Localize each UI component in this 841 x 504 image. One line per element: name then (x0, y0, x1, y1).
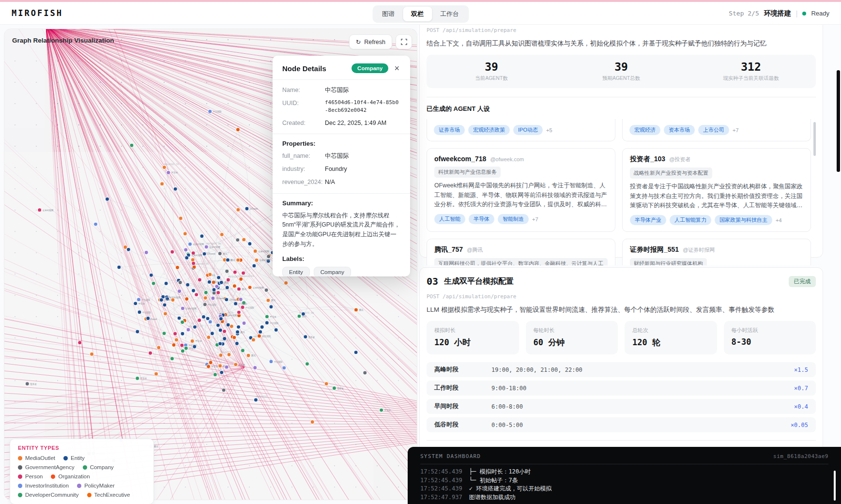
graph-node[interactable] (225, 286, 229, 290)
graph-node[interactable] (178, 281, 182, 285)
agent-tag[interactable]: 资本市场 (664, 125, 695, 135)
graph-node[interactable] (236, 238, 240, 242)
graph-node[interactable] (136, 376, 139, 380)
graph-node[interactable] (207, 336, 211, 339)
graph-node[interactable] (191, 258, 195, 262)
graph-node[interactable] (146, 316, 150, 320)
graph-node[interactable] (163, 303, 167, 307)
graph-node[interactable] (237, 287, 241, 291)
graph-node[interactable] (200, 234, 204, 238)
terminal-scrollbar[interactable] (834, 471, 836, 501)
graph-node[interactable] (175, 265, 179, 269)
graph-node[interactable] (264, 288, 268, 292)
graph-node[interactable] (233, 270, 237, 274)
graph-node[interactable] (236, 330, 240, 334)
graph-node[interactable] (218, 328, 222, 332)
graph-node[interactable] (204, 290, 208, 294)
graph-node[interactable] (216, 290, 220, 294)
graph-node[interactable] (208, 273, 212, 276)
graph-node[interactable] (284, 281, 288, 285)
graph-node[interactable] (225, 298, 229, 302)
graph-node[interactable] (223, 336, 227, 340)
page-scrollbar[interactable] (837, 70, 840, 172)
close-icon[interactable]: × (393, 64, 400, 73)
graph-node[interactable] (198, 318, 201, 322)
graph-node[interactable] (310, 420, 314, 424)
graph-node[interactable] (237, 310, 241, 314)
graph-node[interactable] (254, 398, 258, 402)
graph-node[interactable] (304, 335, 307, 339)
agent-card-partial[interactable]: 宏观经济资本市场上市公司+7 (622, 119, 811, 141)
graph-node[interactable] (174, 338, 178, 342)
graph-node[interactable] (236, 258, 240, 262)
graph-node[interactable] (209, 361, 213, 365)
graph-node[interactable] (215, 285, 219, 289)
graph-node[interactable] (90, 352, 94, 356)
graph-node[interactable] (173, 332, 177, 336)
graph-node[interactable] (211, 296, 215, 300)
graph-node[interactable] (220, 232, 224, 236)
graph-node[interactable] (123, 245, 127, 249)
graph-node[interactable] (130, 143, 134, 147)
graph-node[interactable] (213, 373, 217, 377)
graph-node[interactable] (220, 370, 224, 374)
graph-node[interactable] (170, 357, 174, 361)
graph-node[interactable] (183, 232, 187, 236)
agent-tag[interactable]: 宏观经济政策 (468, 125, 510, 135)
graph-node[interactable] (363, 371, 367, 375)
graph-node[interactable] (354, 351, 358, 354)
graph-node[interactable] (181, 349, 184, 353)
graph-node[interactable] (242, 238, 246, 242)
graph-node[interactable] (216, 323, 220, 327)
graph-node[interactable] (259, 330, 262, 334)
graph-node[interactable] (269, 305, 273, 309)
graph-node[interactable] (208, 320, 212, 324)
graph-node[interactable] (106, 197, 109, 201)
graph-node[interactable] (301, 312, 305, 316)
graph-node[interactable] (203, 296, 207, 300)
graph-node[interactable] (239, 298, 243, 302)
tab-图谱[interactable]: 图谱 (374, 7, 403, 21)
graph-node[interactable] (184, 346, 188, 350)
graph-node[interactable] (241, 305, 245, 309)
graph-node[interactable] (245, 207, 249, 211)
graph-node[interactable] (154, 372, 158, 376)
graph-node[interactable] (181, 332, 184, 336)
graph-node[interactable] (170, 250, 174, 254)
graph-node[interactable] (149, 273, 153, 277)
graph-node[interactable] (144, 250, 148, 254)
graph-node[interactable] (192, 261, 196, 265)
graph-node[interactable] (236, 208, 240, 212)
graph-node[interactable] (219, 280, 223, 284)
graph-node[interactable] (198, 278, 201, 282)
agent-card[interactable]: 证券时报网_551@证券时报网财经新闻与行业研究媒体机构证券时报网（stcn.c… (622, 239, 811, 265)
agent-tag[interactable]: 国家政策与科技自主 (715, 215, 772, 225)
graph-node[interactable] (180, 343, 184, 347)
graph-node[interactable] (157, 346, 161, 350)
graph-node[interactable] (255, 258, 259, 262)
agent-card[interactable]: 腾讯_757@腾讯互联网科技公司，提供社交平台、数字内容、金融科技、云计算与人工… (427, 239, 615, 265)
graph-node[interactable] (257, 334, 261, 338)
graph-node[interactable] (239, 277, 243, 281)
graph-node[interactable] (38, 208, 42, 212)
graph-node[interactable] (332, 386, 336, 390)
graph-node[interactable] (78, 341, 82, 345)
graph-node[interactable] (208, 109, 212, 113)
agent-card[interactable]: 投资者_103@投资者战略性新兴产业投资与资本配置投资者是专注于中国战略性新兴产… (622, 148, 811, 232)
agent-tag[interactable]: 宏观经济 (629, 125, 660, 135)
graph-node[interactable] (219, 317, 223, 321)
graph-node[interactable] (248, 242, 252, 245)
tab-双栏[interactable]: 双栏 (403, 7, 432, 21)
agent-card-partial[interactable]: 证券市场宏观经济政策IPO动态+5 (427, 119, 615, 141)
graph-node[interactable] (252, 264, 256, 268)
graph-node[interactable] (227, 352, 231, 356)
graph-node[interactable] (218, 342, 222, 346)
graph-node[interactable] (164, 281, 168, 285)
graph-node[interactable] (306, 362, 309, 366)
graph-node[interactable] (218, 252, 222, 256)
graph-node[interactable] (134, 302, 138, 305)
graph-node[interactable] (253, 366, 257, 370)
graph-node[interactable] (232, 284, 236, 288)
graph-node[interactable] (237, 325, 241, 329)
graph-node[interactable] (152, 281, 155, 285)
